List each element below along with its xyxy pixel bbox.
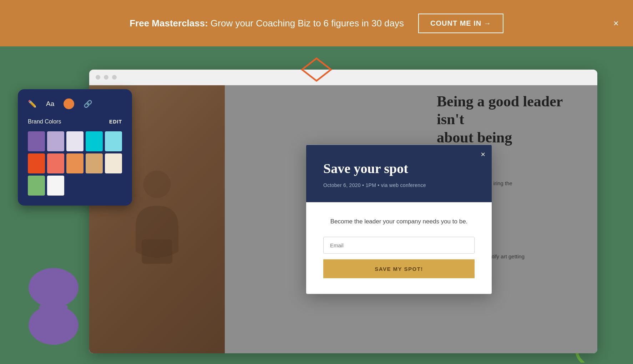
color-swatch-3[interactable] — [86, 131, 103, 151]
banner-text: Free Masterclass: Grow your Coaching Biz… — [130, 18, 404, 29]
modal-title: Save your spot — [323, 160, 475, 177]
color-swatch-8[interactable] — [86, 153, 103, 173]
modal-subtitle: October 6, 2020 • 1PM • via web conferen… — [323, 182, 475, 188]
color-circle[interactable] — [64, 98, 74, 109]
color-swatch-9[interactable] — [105, 153, 122, 173]
browser-content: Being a good leader isn'tabout beingboss… — [89, 85, 597, 353]
brand-colors-label: Brand Colors — [28, 118, 61, 125]
main-area: Being a good leader isn'tabout beingboss… — [0, 46, 633, 364]
edit-label[interactable]: EDIT — [109, 119, 122, 125]
font-tool[interactable]: Aa — [46, 100, 54, 108]
link-icon[interactable]: 🔗 — [83, 100, 92, 108]
top-banner: Free Masterclass: Grow your Coaching Biz… — [0, 0, 633, 46]
modal-header: Save your spot October 6, 2020 • 1PM • v… — [306, 145, 492, 202]
svg-point-3 — [29, 268, 79, 307]
panel-toolbar: ✏️ Aa 🔗 — [28, 98, 122, 109]
color-swatch-6[interactable] — [47, 153, 64, 173]
modal-close-button[interactable]: × — [481, 150, 485, 158]
svg-marker-0 — [302, 59, 331, 81]
color-swatch-0[interactable] — [28, 131, 45, 151]
modal-description: Become the leader your company needs you… — [323, 217, 475, 226]
svg-point-5 — [29, 305, 79, 345]
browser-window: Being a good leader isn'tabout beingboss… — [89, 70, 597, 353]
color-swatch-4[interactable] — [105, 131, 122, 151]
modal-email-input[interactable] — [323, 237, 475, 254]
browser-dot-1 — [96, 75, 100, 80]
color-swatch-11[interactable] — [47, 176, 64, 196]
color-swatch-10[interactable] — [28, 176, 45, 196]
banner-close-button[interactable]: × — [613, 19, 619, 28]
browser-toolbar — [89, 70, 597, 85]
color-grid — [28, 131, 122, 196]
panel-brand-header: Brand Colors EDIT — [28, 118, 122, 125]
browser-dot-2 — [104, 75, 108, 80]
color-swatch-2[interactable] — [66, 131, 83, 151]
color-swatch-1[interactable] — [47, 131, 64, 151]
banner-cta-button[interactable]: COUNT ME IN → — [418, 14, 503, 33]
design-panel: ✏️ Aa 🔗 Brand Colors EDIT — [18, 89, 132, 206]
modal-body: Become the leader your company needs you… — [306, 202, 492, 294]
blob-decoration — [21, 266, 86, 346]
browser-dot-3 — [112, 75, 117, 80]
banner-text-main: Grow your Coaching Biz to 6 figures in 3… — [211, 18, 404, 29]
banner-text-intro: Free Masterclass: — [130, 18, 208, 29]
color-swatch-5[interactable] — [28, 153, 45, 173]
diamond-decoration — [300, 54, 333, 86]
modal-overlay: Save your spot October 6, 2020 • 1PM • v… — [89, 85, 597, 353]
modal: Save your spot October 6, 2020 • 1PM • v… — [306, 145, 492, 294]
pencil-icon[interactable]: ✏️ — [28, 100, 37, 108]
color-swatch-7[interactable] — [66, 153, 83, 173]
modal-submit-button[interactable]: SAVE MY SPOT! — [323, 259, 475, 278]
